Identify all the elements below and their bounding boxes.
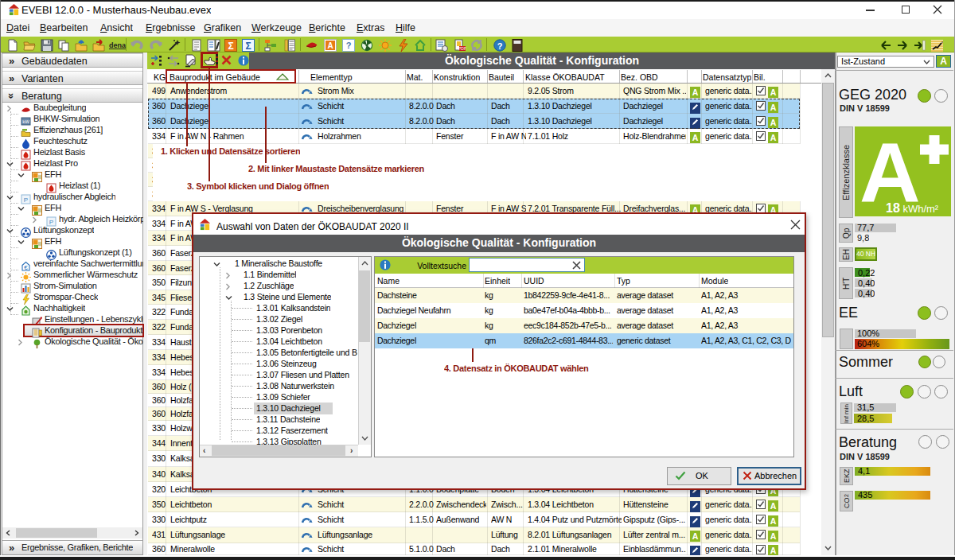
svg-text:A: A xyxy=(327,41,333,50)
svg-text:Σ: Σ xyxy=(245,41,251,52)
svg-text:?: ? xyxy=(346,41,352,50)
svg-text:kW: kW xyxy=(22,119,29,124)
svg-text:P: P xyxy=(24,196,28,204)
svg-text:?: ? xyxy=(497,41,503,51)
svg-text:Σ: Σ xyxy=(228,41,233,52)
svg-text:PDF: PDF xyxy=(458,46,466,51)
